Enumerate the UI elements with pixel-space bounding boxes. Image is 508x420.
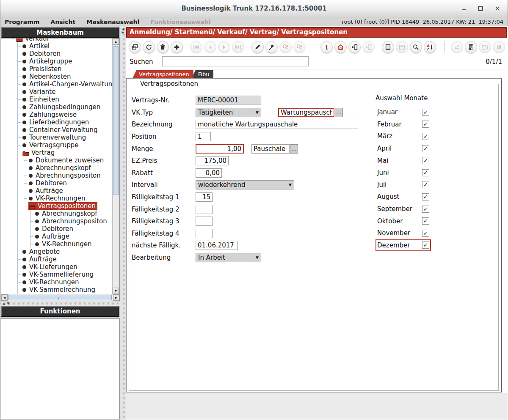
month-checkbox-juni[interactable]: ✓ [422, 169, 429, 176]
tree-item-abrechnungskopf[interactable]: Abrechnungskopf [24, 164, 113, 172]
field-position[interactable] [196, 132, 211, 141]
dropdown-vk-typ[interactable]: Tätigkeiten▼ [196, 108, 261, 117]
browse-button[interactable]: … [290, 144, 298, 154]
month-checkbox-september[interactable]: ✓ [422, 206, 429, 213]
pin-button[interactable] [265, 41, 278, 53]
refresh-button[interactable] [143, 41, 155, 53]
scroll-left-button[interactable]: ◀ [1, 294, 8, 301]
tree-item-dokumente-zuweisen[interactable]: Dokumente zuweisen [24, 156, 113, 164]
tree-item-artikel[interactable]: Artikel [18, 42, 113, 50]
menu-item-maskenauswahl[interactable]: Maskenauswahl [86, 19, 139, 25]
field-vk-typ[interactable] [278, 108, 334, 117]
horizontal-splitter[interactable]: ▲ ▼ [0, 302, 120, 306]
search-uppercase-button[interactable]: A [279, 41, 292, 53]
scroll-down-button[interactable]: ▼ [113, 288, 119, 294]
menu-item-ansicht[interactable]: Ansicht [50, 19, 75, 25]
nav-last-button[interactable] [232, 41, 244, 53]
tree-view-button[interactable] [493, 41, 505, 53]
sort-az-button[interactable]: AZ [424, 41, 436, 53]
month-checkbox-januar[interactable]: ✓ [422, 109, 429, 116]
tree-item-vertragsgruppe[interactable]: Vertragsgruppe [18, 141, 113, 149]
delete-button[interactable] [157, 41, 169, 53]
tree-item-tourenverwaltung[interactable]: Tourenverwaltung [18, 134, 113, 141]
field-fälligkeitstag-3[interactable] [196, 217, 213, 226]
month-checkbox-oktober[interactable]: ✓ [422, 217, 429, 225]
logout-button[interactable] [348, 41, 361, 53]
tree-vertical-scrollbar[interactable]: ▲ ▼ [112, 38, 119, 294]
nav-previous-button[interactable] [204, 41, 216, 53]
field-ez-preis[interactable] [196, 156, 229, 165]
transfer-button[interactable] [451, 41, 463, 53]
tree-item-vk-rechnungen[interactable]: VK-Rechnungen [24, 195, 113, 202]
tree-item-abrechnungspositon[interactable]: Abrechnungspositon [24, 172, 113, 179]
month-checkbox-november[interactable]: ✓ [422, 230, 429, 237]
tree-item-artikel-chargen-verwaltung[interactable]: Artikel-Chargen-Verwaltung [18, 80, 113, 88]
field-fälligkeitstag-2[interactable] [196, 205, 213, 214]
month-checkbox-august[interactable]: ✓ [422, 193, 429, 200]
tree-item-vk-rechnungen[interactable]: VK-Rechnungen [30, 240, 113, 248]
tree-item-aufträge[interactable]: Aufträge [24, 187, 113, 195]
collapse-up-icon[interactable]: ▲ [3, 302, 5, 305]
scroll-up-button[interactable]: ▲ [113, 38, 119, 45]
scroll-right-button[interactable]: ▶ [113, 294, 119, 301]
month-checkbox-mai[interactable]: ✓ [422, 157, 429, 164]
list-button[interactable] [382, 41, 394, 53]
logout-all-button[interactable] [362, 41, 375, 53]
copy-window-button[interactable] [129, 41, 141, 53]
report-button[interactable] [465, 41, 477, 53]
tab-vertragspositonen[interactable]: Vertragspositonen [133, 70, 193, 78]
add-button[interactable] [171, 41, 183, 53]
collapse-right-icon[interactable]: ▶ [121, 31, 124, 34]
tree-item-variante[interactable]: Variante [18, 88, 113, 96]
tree-item-aufträge[interactable]: Aufträge [30, 233, 113, 240]
tree-item-einheiten[interactable]: Einheiten [18, 96, 113, 103]
tree-item-vk-rechnungen[interactable]: VK-Rechnungen [18, 278, 113, 286]
tree-item-vk-lieferungen[interactable]: VK-Lieferungen [18, 263, 113, 271]
month-checkbox-juli[interactable]: ✓ [422, 181, 429, 188]
minimize-button[interactable] [460, 5, 467, 12]
tree-item-angebote[interactable]: Angebote [18, 248, 113, 255]
tree-item-verkauf[interactable]: Verkauf [11, 38, 113, 42]
tree-item-vk-sammelrechnung[interactable]: VK-Sammelrechnung [18, 286, 113, 294]
tree-item-debitoren[interactable]: Debitoren [24, 179, 113, 187]
home-button[interactable] [334, 41, 347, 53]
window-frame-button[interactable] [396, 41, 408, 53]
close-button[interactable]: × [494, 5, 501, 12]
tree-item-zahlungsweise[interactable]: Zahlungsweise [18, 111, 113, 118]
tree-item-debitoren[interactable]: Debitoren [18, 50, 113, 58]
tree-item-zahlungsbedingungen[interactable]: Zahlungsbedingungen [18, 103, 113, 111]
field-menge[interactable] [251, 144, 290, 154]
tree-item-aufträge[interactable]: Aufträge [18, 255, 113, 263]
calendar-button[interactable]: 1 [479, 41, 491, 53]
field-menge[interactable] [196, 144, 244, 154]
field-bezeichnung[interactable] [196, 120, 358, 129]
tree-item-nebenkosten[interactable]: Nebenkosten [18, 73, 113, 80]
nav-first-button[interactable] [190, 41, 202, 53]
search-lowercase-button[interactable]: a [293, 41, 306, 53]
nav-next-button[interactable] [218, 41, 230, 53]
month-checkbox-märz[interactable]: ✓ [422, 133, 429, 140]
info-button[interactable]: i [320, 41, 333, 53]
tab-fibu[interactable]: Fibu [192, 70, 214, 78]
field-fälligkeitstag-4[interactable] [196, 229, 213, 238]
tree-item-preislisten[interactable]: Preislisten [18, 65, 113, 73]
field-rabatt[interactable] [196, 168, 222, 178]
month-checkbox-april[interactable]: ✓ [422, 145, 429, 152]
tree-item-vertrag[interactable]: Vertrag [18, 149, 113, 156]
horizontal-scroll-thumb[interactable] [8, 295, 112, 300]
tree-item-container-verwaltung[interactable]: Container-Verwaltung [18, 126, 113, 134]
vertical-splitter[interactable]: ◀ ▶ [120, 26, 126, 420]
field-fälligkeitstag-1[interactable] [196, 192, 213, 202]
tree-item-debitoren[interactable]: Debitoren [30, 225, 113, 233]
tree-item-vertragspositonen[interactable]: Vertragspositonen [24, 202, 113, 210]
maximize-button[interactable] [477, 5, 484, 12]
tree-item-abrechnungspositon[interactable]: Abrechnungspositon [30, 217, 113, 225]
dropdown-intervall[interactable]: wiederkehrend▼ [196, 180, 294, 189]
search-input[interactable] [162, 56, 309, 66]
tree-horizontal-scrollbar[interactable]: ◀ ▶ [1, 294, 119, 301]
tree-item-abrechnungskopf[interactable]: Abrechnungskopf [30, 210, 113, 217]
search-button[interactable] [410, 41, 422, 53]
month-checkbox-dezember[interactable]: ✓ [422, 242, 429, 249]
vertical-scroll-thumb[interactable] [113, 46, 119, 195]
dropdown-bearbeitung[interactable]: In Arbeit▼ [196, 253, 261, 262]
